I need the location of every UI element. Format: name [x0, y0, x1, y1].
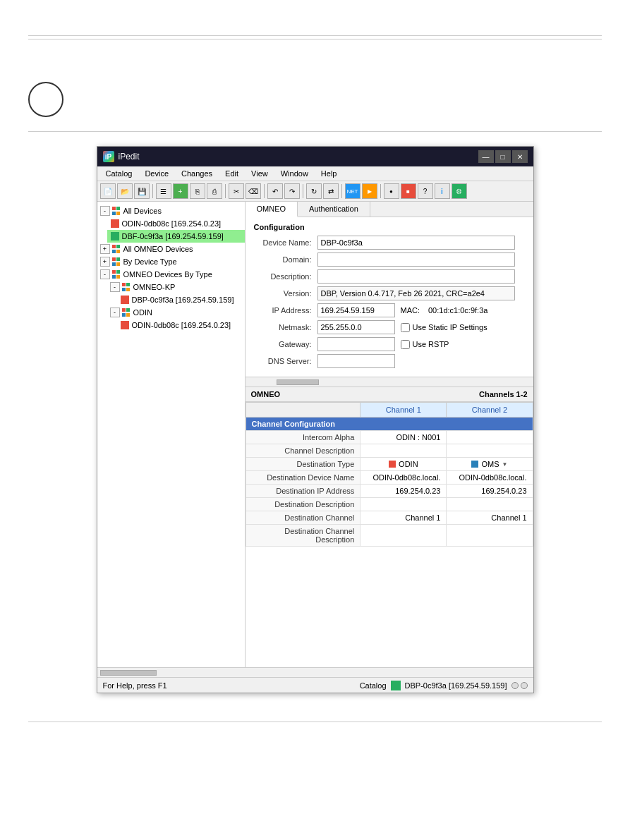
- close-button[interactable]: ✕: [512, 150, 528, 163]
- info-button[interactable]: i: [435, 183, 450, 199]
- redo-button[interactable]: ↷: [284, 183, 300, 199]
- connect-button[interactable]: ●: [384, 183, 399, 199]
- menu-catalog[interactable]: Catalog: [100, 168, 138, 179]
- input-domain[interactable]: [317, 252, 515, 267]
- section-row-channel-config: Channel Configuration: [246, 418, 533, 431]
- checkbox-static-ip[interactable]: [401, 323, 410, 332]
- toolbar-sep-6: [380, 184, 381, 198]
- maximize-button[interactable]: □: [495, 150, 511, 163]
- sq-green-icon-dbf: [110, 231, 120, 241]
- table-row-dest-desc: Destination Description: [246, 498, 533, 511]
- left-hscroll-bar[interactable]: [100, 670, 157, 676]
- cell-ch1-dest-channel-desc: [361, 525, 447, 547]
- tree-item-dbp-0c9f3a[interactable]: DBP-0c9f3a [169.254.59.159]: [117, 293, 245, 306]
- properties-button[interactable]: ☰: [156, 183, 171, 199]
- tree-item-odin-0db08c[interactable]: ODIN-0db08c [169.254.0.23]: [107, 217, 245, 230]
- dropdown-arrow-ch2[interactable]: ▼: [502, 461, 508, 468]
- table-row-intercom-alpha: Intercom Alpha ODIN : N001: [246, 431, 533, 444]
- tree-label-odin-0db08c: ODIN-0db08c [169.254.0.23]: [122, 219, 222, 228]
- tree-item-all-devices[interactable]: - All Devices: [97, 205, 245, 217]
- status-device-icon: [391, 681, 401, 690]
- table-row-dest-type: Destination Type ODIN: [246, 458, 533, 471]
- left-hscroll: [97, 670, 246, 676]
- toolbar-sep-5: [341, 184, 342, 198]
- tree-label-odin-0db08c-2: ODIN-0db08c [169.254.0.23]: [132, 321, 231, 329]
- device-button[interactable]: ▶: [362, 183, 377, 199]
- hscroll-bar[interactable]: [277, 379, 319, 385]
- network-button[interactable]: NET: [345, 183, 361, 199]
- minimize-button[interactable]: —: [478, 150, 494, 163]
- status-device-name: DBP-0c9f3a [169.254.59.159]: [405, 681, 507, 690]
- grid-icon-all-omneo: [111, 244, 121, 254]
- cell-ch1-dest-type[interactable]: ODIN: [361, 458, 447, 471]
- circle-area: [0, 75, 630, 124]
- label-netmask: Netmask:: [254, 323, 317, 331]
- expand-by-device-type[interactable]: +: [100, 257, 110, 267]
- tree-item-by-device-type[interactable]: + By Device Type: [97, 255, 245, 268]
- tree-item-omneo-kp[interactable]: - OMNEO-KP: [107, 281, 245, 293]
- toolbar-sep-2: [225, 184, 226, 198]
- menu-help[interactable]: Help: [315, 168, 343, 179]
- settings-button[interactable]: ⚙: [452, 183, 467, 199]
- col-header-ch2[interactable]: Channel 2: [447, 403, 533, 418]
- tree-label-omneo-kp: OMNEO-KP: [133, 283, 176, 291]
- sync-button[interactable]: ⇄: [323, 183, 339, 199]
- col-header-ch1[interactable]: Channel 1: [361, 403, 447, 418]
- value-mac: 00:1d:c1:0c:9f:3a: [428, 306, 487, 315]
- tree-item-odin-0db08c-2[interactable]: ODIN-0db08c [169.254.0.23]: [117, 319, 245, 331]
- input-ip[interactable]: [317, 303, 395, 317]
- input-description[interactable]: [317, 269, 515, 284]
- input-dns[interactable]: [317, 354, 395, 368]
- table-row-dest-device-name: Destination Device Name ODIN-0db08c.loca…: [246, 471, 533, 485]
- new-button[interactable]: 📄: [100, 183, 116, 199]
- delete-button[interactable]: ⌫: [246, 183, 261, 199]
- circle-icon: [28, 82, 63, 117]
- input-netmask[interactable]: [317, 320, 395, 334]
- save-button[interactable]: 💾: [134, 183, 150, 199]
- undo-button[interactable]: ↶: [267, 183, 283, 199]
- tree-item-dbf-0c9f3a[interactable]: DBF-0c9f3a [169.254.59.159]: [107, 230, 245, 243]
- tree-label-dbp-0c9f3a: DBP-0c9f3a [169.254.59.159]: [132, 296, 234, 304]
- status-circle-2: [521, 682, 528, 689]
- refresh-button[interactable]: ↻: [306, 183, 322, 199]
- menu-changes[interactable]: Changes: [176, 168, 218, 179]
- expand-all-omneo[interactable]: +: [100, 244, 110, 254]
- expand-odin-group[interactable]: -: [110, 308, 120, 317]
- disconnect-button[interactable]: ■: [401, 183, 416, 199]
- expand-omneo-kp[interactable]: -: [110, 282, 120, 292]
- paste-button[interactable]: ⎙: [207, 183, 222, 199]
- input-device-name[interactable]: [317, 236, 515, 250]
- cell-ch2-dest-channel-desc: [447, 525, 533, 547]
- cell-ch1-channel-desc: [361, 444, 447, 458]
- app-title: iPedit: [119, 152, 478, 162]
- copy-button[interactable]: ⎘: [190, 183, 205, 199]
- tree-item-omneo-by-type[interactable]: - OMNEO Devices By Type: [97, 268, 245, 281]
- help-button[interactable]: ?: [418, 183, 433, 199]
- checkbox-rstp[interactable]: [401, 340, 410, 349]
- input-gateway[interactable]: [317, 337, 395, 351]
- menu-device[interactable]: Device: [139, 168, 174, 179]
- app-icon: iP: [103, 151, 114, 162]
- dest-type-ch1: ODIN: [366, 460, 440, 468]
- tree-label-odin-group: ODIN: [133, 308, 153, 317]
- menu-edit[interactable]: Edit: [219, 168, 244, 179]
- config-hscroll: [246, 377, 533, 386]
- add-button[interactable]: +: [173, 183, 188, 199]
- cut-button[interactable]: ✂: [229, 183, 244, 199]
- menu-view[interactable]: View: [246, 168, 274, 179]
- expand-omneo-by-type[interactable]: -: [100, 269, 110, 279]
- label-device-name: Device Name:: [254, 238, 317, 247]
- sq-red-icon-odin2: [120, 320, 130, 330]
- expand-all-devices[interactable]: -: [100, 206, 110, 216]
- tab-omneo[interactable]: OMNEO: [246, 202, 298, 217]
- tree-item-odin-group[interactable]: - ODIN: [107, 306, 245, 319]
- tab-authentication[interactable]: Authentication: [298, 202, 370, 217]
- section-label-channel-config: Channel Configuration: [246, 418, 533, 431]
- cell-ch1-intercom-alpha: ODIN : N001: [361, 431, 447, 444]
- open-button[interactable]: 📂: [117, 183, 133, 199]
- tree-item-all-omneo[interactable]: + All OMNEO Devices: [97, 243, 245, 255]
- menu-window[interactable]: Window: [275, 168, 314, 179]
- row-label-dest-desc: Destination Description: [246, 498, 361, 511]
- app-window: iP iPedit — □ ✕ Catalog Device Changes E…: [97, 146, 534, 693]
- cell-ch2-dest-type[interactable]: OMS ▼: [447, 458, 533, 471]
